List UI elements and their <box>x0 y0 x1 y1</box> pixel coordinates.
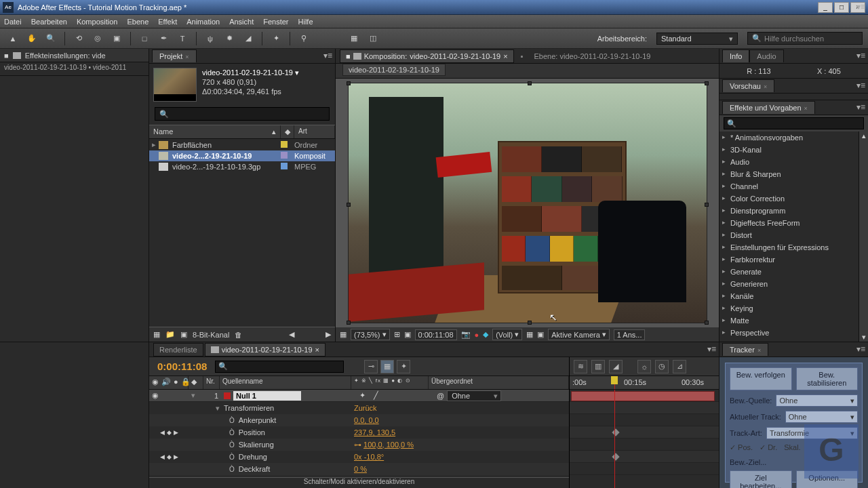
panel-menu-icon[interactable]: ▾≡ <box>323 51 332 60</box>
depth-label[interactable]: 8-Bit-Kanal <box>193 331 229 339</box>
expand-icon[interactable]: ▾ <box>216 404 220 413</box>
switch-mode-toggle[interactable]: Schalter/Modi aktivieren/deaktivieren <box>149 477 569 488</box>
prev-key-icon[interactable]: ◀ <box>160 429 165 436</box>
workspace-dropdown[interactable]: Standard <box>656 33 738 45</box>
resolution-dropdown[interactable]: (Voll) ▾ <box>492 329 522 340</box>
menu-effekt[interactable]: Effekt <box>158 18 177 26</box>
preset-category[interactable]: Generieren <box>719 278 859 290</box>
tab-composition[interactable]: ■ Komposition: video-2011-02-19-21-10-19… <box>340 49 514 63</box>
keyframe-icon[interactable] <box>612 453 619 460</box>
puppet-tool-icon[interactable]: ⚲ <box>296 31 311 46</box>
preset-category[interactable]: Generate <box>719 266 859 278</box>
camera-dropdown[interactable]: Aktive Kamera ▾ <box>548 329 610 340</box>
tl-motion-icon[interactable]: ◢ <box>609 360 623 373</box>
stopwatch-icon[interactable]: Ò <box>229 429 235 436</box>
scroll-up-icon[interactable]: ▴ <box>859 131 868 140</box>
video-preview[interactable]: ↖ <box>348 83 707 323</box>
maximize-button[interactable]: □ <box>834 2 849 13</box>
project-folder-row[interactable]: ▸ Farbflächen Ordner <box>149 139 335 150</box>
sort-icon[interactable]: ▴ <box>272 127 276 136</box>
pickwhip-icon[interactable]: @ <box>437 392 444 400</box>
camera-tool-icon[interactable]: ◎ <box>90 31 105 46</box>
add-key-icon[interactable]: ◆ <box>167 453 172 460</box>
effect-controls-tab[interactable]: ■ Effekteinstellungen: vide ▾≡ <box>0 49 149 62</box>
close-icon[interactable]: × <box>315 346 319 354</box>
menu-ebene[interactable]: Ebene <box>127 18 149 26</box>
property-row[interactable]: ◀◆▶ ÒPosition 237,9, 130,5 <box>149 426 569 439</box>
preset-category[interactable]: Color Correction <box>719 192 859 205</box>
rect-tool-icon[interactable]: □ <box>137 31 152 46</box>
help-search-input[interactable]: 🔍 Hilfe durchsuchen <box>747 32 863 45</box>
tab-render-queue[interactable]: Renderliste <box>153 343 203 357</box>
panel-menu-icon[interactable]: ▾≡ <box>707 344 716 354</box>
preset-category[interactable]: Perspective <box>719 327 859 339</box>
time-ruler[interactable]: :00s 00:15s 00:30s <box>570 376 719 390</box>
presets-search-input[interactable]: 🔍 <box>724 117 864 129</box>
timeline-search-input[interactable]: 🔍 <box>215 361 344 373</box>
stopwatch-icon[interactable]: Ò <box>229 453 235 461</box>
safe-icon[interactable]: ▣ <box>404 330 411 339</box>
new-comp-icon[interactable]: ▣ <box>180 330 187 339</box>
track-motion-button[interactable]: Bew. verfolgen <box>730 367 792 390</box>
menu-bearbeiten[interactable]: Bearbeiten <box>31 18 67 26</box>
scrollbar[interactable]: ▴ ▾ <box>859 131 868 342</box>
preset-category[interactable]: Keying <box>719 302 859 314</box>
minimize-button[interactable]: _ <box>818 2 833 13</box>
layer-row[interactable]: ◉ ▾ 1 Null 1 ✦╱ @Ohne <box>149 390 569 402</box>
layer-bar[interactable] <box>571 391 715 401</box>
tab-layer[interactable]: Ebene: video-2011-02-19-21-10-19 <box>530 50 655 62</box>
preset-category[interactable]: * Animationsvorgaben <box>719 131 859 144</box>
composition-viewer[interactable]: ↖ <box>336 79 719 327</box>
preset-category[interactable]: Blur & Sharpen <box>719 168 859 180</box>
panel-menu-icon[interactable]: ▾≡ <box>856 344 865 354</box>
stopwatch-icon[interactable]: Ò <box>229 441 235 449</box>
rotation-checkbox[interactable]: ✓ Dr. <box>760 443 777 452</box>
pen-tool-icon[interactable]: ✒ <box>156 31 171 46</box>
rotate-tool-icon[interactable]: ⟲ <box>71 31 86 46</box>
panel-menu-icon[interactable]: ▾≡ <box>856 51 865 60</box>
preset-category[interactable]: Audio <box>719 156 859 168</box>
project-footage-row[interactable]: video-2...-19-21-10-19.3gp MPEG <box>149 161 335 172</box>
link-icon[interactable]: ⊶ <box>354 441 361 449</box>
opt2-icon[interactable]: ◫ <box>366 31 380 46</box>
tab-preview[interactable]: Vorschau× <box>722 79 774 92</box>
menu-ansicht[interactable]: Ansicht <box>229 18 254 26</box>
tl-option-icon[interactable]: ✦ <box>397 360 410 373</box>
tab-effects-presets[interactable]: Effekte und Vorgaben× <box>722 101 815 114</box>
tl-blur-icon[interactable]: ▥ <box>591 360 605 373</box>
preset-category[interactable]: Dienstprogramm <box>719 205 859 217</box>
preset-category[interactable]: Kanäle <box>719 290 859 302</box>
zoom-dropdown[interactable]: (73,5%) ▾ <box>351 329 390 340</box>
next-key-icon[interactable]: ▶ <box>174 453 178 460</box>
current-time-display[interactable]: 0:00:11:08 <box>149 361 215 372</box>
prev-frame-icon[interactable]: ◀ <box>289 330 294 339</box>
transform-group[interactable]: ▾Transformieren Zurück <box>149 402 569 414</box>
scroll-down-icon[interactable]: ▾ <box>859 333 868 342</box>
stabilize-button[interactable]: Bew. stabilisieren <box>796 367 859 390</box>
preset-category[interactable]: Channel <box>719 180 859 192</box>
next-frame-icon[interactable]: ▶ <box>326 330 331 339</box>
menu-animation[interactable]: Animation <box>186 18 220 26</box>
eraser-tool-icon[interactable]: ◢ <box>241 31 256 46</box>
grid-icon[interactable]: ▦ <box>340 330 347 339</box>
text-tool-icon[interactable]: T <box>175 31 190 46</box>
project-comp-row[interactable]: video-2...2-19-21-10-19 Komposit <box>149 150 335 161</box>
expand-icon[interactable]: ▾ <box>191 391 195 400</box>
menu-hilfe[interactable]: Hilfe <box>298 18 313 26</box>
visibility-toggle[interactable]: ◉ <box>152 391 159 400</box>
preset-category[interactable]: Einstellungen für Expressions <box>719 241 859 253</box>
roto-tool-icon[interactable]: ✦ <box>269 31 283 46</box>
next-key-icon[interactable]: ▶ <box>174 429 178 436</box>
tl-clock-icon[interactable]: ◷ <box>655 360 669 373</box>
current-track-dropdown[interactable]: Ohne <box>785 411 858 423</box>
tab-info[interactable]: Info <box>722 49 749 62</box>
position-checkbox[interactable]: ✓ Pos. <box>730 443 753 452</box>
fit-icon[interactable]: ⊞ <box>394 330 400 339</box>
views-dropdown[interactable]: 1 Ans... <box>614 329 646 340</box>
zoom-tool-icon[interactable]: 🔍 <box>43 31 58 46</box>
tab-timeline-comp[interactable]: video-2011-02-19-21-10-19 × <box>205 343 326 357</box>
hand-tool-icon[interactable]: ✋ <box>24 31 39 46</box>
property-row[interactable]: ÒSkalierung ⊶ 100,0, 100,0 % <box>149 439 569 451</box>
add-key-icon[interactable]: ◆ <box>167 429 172 436</box>
close-icon[interactable]: × <box>764 83 767 90</box>
